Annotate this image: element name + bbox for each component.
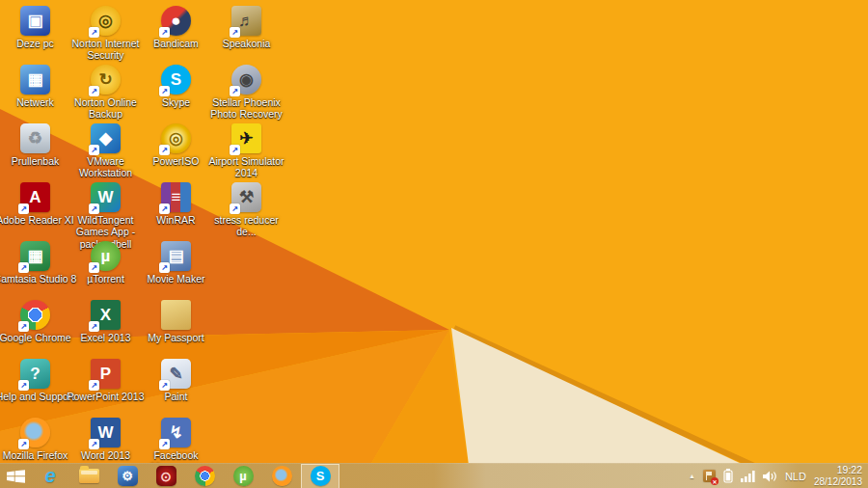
deze-pc-icon: ▣	[20, 6, 50, 36]
icon-glyph: ≡	[172, 189, 181, 205]
taskbar-button-google-chrome[interactable]	[185, 464, 224, 488]
file-explorer-icon	[79, 469, 99, 483]
icon-glyph: ✈	[239, 130, 253, 147]
shortcut-arrow-icon: ↗	[159, 203, 170, 214]
desktop-icon-label: Paint	[134, 391, 219, 402]
system-tray: ▲ ✕ NLD 19:22	[689, 464, 868, 488]
poweriso-icon: ◎↗	[161, 123, 191, 153]
speakonia-icon: ♬↗	[231, 6, 261, 36]
action-center-alert-icon[interactable]: ✕	[703, 470, 716, 482]
taskbar-apps: e⚙⊙µS	[31, 464, 339, 488]
stellar-phoenix-photo-recovery-icon: ◉↗	[231, 65, 261, 95]
shortcut-arrow-icon: ↗	[89, 380, 99, 391]
shortcut-arrow-icon: ↗	[89, 145, 99, 155]
icon-glyph: A	[29, 189, 41, 205]
taskbar-button-file-explorer[interactable]	[69, 464, 108, 488]
desktop-icon-airport-simulator-2014[interactable]: ✈↗Airport Simulator 2014	[211, 123, 282, 179]
wildtangent-games-app-icon: W↗	[91, 182, 121, 212]
desktop-icon-utorrent[interactable]: µ↗µTorrent	[70, 241, 141, 285]
skype-icon: S	[311, 466, 331, 486]
shortcut-arrow-icon: ↗	[230, 86, 240, 96]
icon-glyph: ↻	[98, 71, 112, 88]
start-button[interactable]	[0, 464, 31, 488]
taskbar-button-firefox[interactable]	[262, 464, 301, 488]
shortcut-arrow-icon: ↗	[230, 27, 240, 38]
icon-glyph: S	[171, 71, 181, 88]
clock-date: 28/12/2013	[814, 476, 862, 487]
desktop-icon-stellar-phoenix-photo-recovery[interactable]: ◉↗Stellar Phoenix Photo Recovery	[211, 65, 282, 121]
icon-glyph: S	[316, 470, 325, 482]
shortcut-arrow-icon: ↗	[18, 439, 29, 449]
desktop-icon-speakonia[interactable]: ♬↗Speakonia	[211, 6, 282, 49]
language-indicator[interactable]: NLD	[785, 471, 806, 482]
windows-logo-icon	[7, 470, 25, 483]
desktop-icon-prullenbak[interactable]: ♻Prullenbak	[0, 123, 70, 167]
desktop-icon-label: stress reducer de...	[204, 214, 289, 238]
desktop-icon-word-2013[interactable]: W↗Word 2013	[70, 418, 141, 461]
taskbar-button-system-utility[interactable]: ⚙	[108, 464, 147, 488]
icon-glyph: ◆	[99, 130, 112, 147]
system-utility-icon: ⚙	[118, 466, 138, 486]
desktop-icon-google-chrome[interactable]: ↗Google Chrome	[0, 300, 70, 343]
desktop-icon-adobe-reader-xi[interactable]: A↗Adobe Reader XI	[0, 182, 70, 226]
shortcut-arrow-icon: ↗	[89, 203, 99, 214]
google-chrome-icon: ↗	[20, 300, 50, 330]
desktop-icon-netwerk[interactable]: ▦Netwerk	[0, 65, 70, 108]
shortcut-arrow-icon: ↗	[159, 86, 170, 96]
desktop-icon-movie-maker[interactable]: ▤↗Movie Maker	[141, 241, 211, 285]
desktop-icon-mozilla-firefox[interactable]: ↗Mozilla Firefox	[0, 418, 70, 461]
icon-glyph: ♬	[238, 13, 255, 29]
desktop-icon-grid: ▣Deze pc▦Netwerk♻PrullenbakA↗Adobe Reade…	[0, 0, 328, 463]
clock-time: 19:22	[814, 465, 862, 476]
shortcut-arrow-icon: ↗	[230, 145, 240, 155]
icon-glyph: W	[97, 424, 113, 441]
prullenbak-icon: ♻	[20, 123, 50, 153]
show-hidden-icons-button[interactable]: ▲	[689, 473, 695, 479]
internet-explorer-icon: e	[44, 465, 55, 487]
battery-icon[interactable]	[723, 469, 733, 483]
shortcut-arrow-icon: ↗	[159, 27, 170, 38]
icon-glyph: ⊙	[160, 470, 172, 483]
desktop-icon-label: Stellar Phoenix Photo Recovery	[204, 96, 289, 121]
desktop-icon-norton-online-backup[interactable]: ↻↗Norton Online Backup	[70, 65, 141, 121]
icon-glyph: ⚒	[239, 189, 254, 205]
icon-glyph: P	[100, 366, 111, 382]
desktop-icon-powerpoint-2013[interactable]: P↗PowerPoint 2013	[70, 359, 141, 402]
desktop-icon-paint[interactable]: ✎↗Paint	[141, 359, 211, 402]
desktop-icon-winrar[interactable]: ≡↗WinRAR	[141, 182, 211, 226]
taskbar-button-internet-explorer[interactable]: e	[31, 464, 69, 488]
desktop-icon-wildtangent-games-app[interactable]: W↗WildTangent Games App - packardbell	[70, 182, 141, 250]
desktop-icon-skype[interactable]: S↗Skype	[141, 65, 211, 108]
desktop-icon-deze-pc[interactable]: ▣Deze pc	[0, 6, 70, 49]
shortcut-arrow-icon: ↗	[18, 203, 29, 214]
firefox-icon	[272, 466, 292, 486]
shortcut-arrow-icon: ↗	[18, 380, 29, 391]
winrar-icon: ≡↗	[161, 182, 191, 212]
alert-badge: ✕	[711, 477, 719, 485]
shortcut-arrow-icon: ↗	[230, 203, 240, 214]
desktop-icon-poweriso[interactable]: ◎↗PowerISO	[141, 123, 211, 167]
desktop-icon-norton-internet-security[interactable]: ◎↗Norton Internet Security	[70, 6, 141, 62]
clock[interactable]: 19:22 28/12/2013	[814, 465, 862, 487]
desktop-icon-excel-2013[interactable]: X↗Excel 2013	[70, 300, 141, 343]
icon-glyph: X	[100, 307, 111, 323]
network-signal-icon[interactable]	[741, 471, 755, 482]
desktop-icon-stress-reducer[interactable]: ⚒↗stress reducer de...	[211, 182, 282, 238]
volume-icon[interactable]	[763, 471, 777, 482]
taskbar-button-power-off[interactable]: ⊙	[147, 464, 185, 488]
power-off-icon: ⊙	[156, 466, 176, 486]
excel-2013-icon: X↗	[91, 300, 121, 330]
desktop[interactable]: ▣Deze pc▦Netwerk♻PrullenbakA↗Adobe Reade…	[0, 0, 868, 488]
icon-glyph: ✎	[169, 366, 182, 382]
taskbar-button-utorrent[interactable]: µ	[224, 464, 262, 488]
desktop-icon-my-passport[interactable]: My Passport	[141, 300, 211, 343]
adobe-reader-xi-icon: A↗	[20, 182, 50, 212]
shortcut-arrow-icon: ↗	[89, 262, 99, 273]
shortcut-arrow-icon: ↗	[89, 321, 99, 332]
taskbar-button-skype[interactable]: S	[301, 464, 339, 488]
desktop-icon-vmware-workstation[interactable]: ◆↗VMware Workstation	[70, 123, 141, 179]
desktop-icon-bandicam[interactable]: ●↗Bandicam	[141, 6, 211, 49]
shortcut-arrow-icon: ↗	[89, 439, 99, 449]
desktop-icon-camtasia-studio-8[interactable]: ▦↗Camtasia Studio 8	[0, 241, 70, 285]
desktop-icon-help-and-support[interactable]: ?↗Help and Support	[0, 359, 70, 402]
